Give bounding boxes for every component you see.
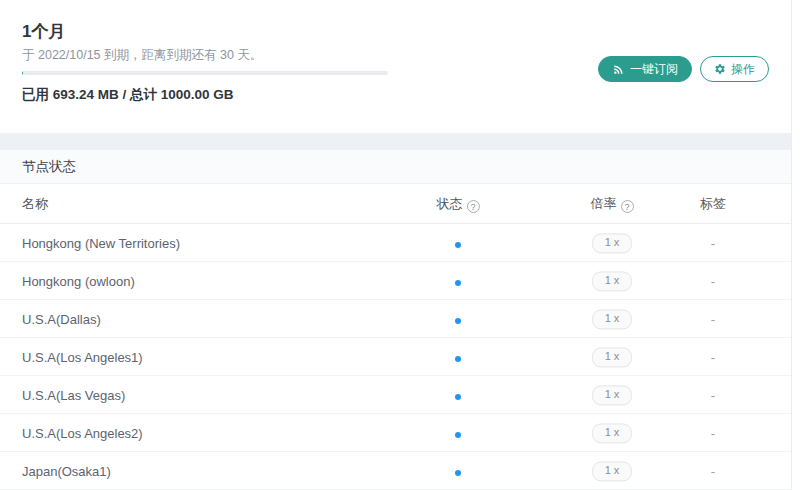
usage-progress-bar — [22, 71, 388, 75]
table-row: Japan(Osaka1) 1 x - — [0, 452, 791, 490]
tag-value: - — [711, 274, 715, 289]
tag-value: - — [711, 312, 715, 327]
node-name: U.S.A(Las Vegas) — [22, 387, 125, 402]
node-name: Hongkong (owloon) — [22, 273, 135, 288]
tag-value: - — [711, 236, 715, 251]
status-dot-icon — [455, 470, 461, 476]
node-status-cell — [418, 462, 498, 480]
node-status-cell — [418, 348, 498, 366]
tag-value: - — [711, 426, 715, 441]
status-dot-icon — [455, 318, 461, 324]
rate-help-question-circle-icon[interactable]: ? — [621, 200, 634, 213]
node-status-cell — [418, 234, 498, 252]
node-tag-cell: - — [673, 462, 753, 480]
node-status-cell — [418, 424, 498, 442]
tag-value: - — [711, 350, 715, 365]
rate-badge: 1 x — [592, 271, 633, 291]
page-content: 1个月 于 2022/10/15 到期，距离到期还有 30 天。 已用 693.… — [0, 0, 792, 490]
node-rate-cell: 1 x — [552, 270, 672, 291]
gear-icon — [714, 63, 726, 75]
rate-badge: 1 x — [592, 461, 633, 481]
table-row: U.S.A(Las Vegas) 1 x - — [0, 376, 791, 414]
status-dot-icon — [455, 242, 461, 248]
rate-badge: 1 x — [592, 423, 633, 443]
node-name: U.S.A(Dallas) — [22, 311, 101, 326]
table-header-row: 名称 状态? 倍率? 标签 — [0, 184, 791, 224]
node-name: U.S.A(Los Angeles1) — [22, 349, 143, 364]
table-row: Hongkong (owloon) 1 x - — [0, 262, 791, 300]
status-dot-icon — [455, 280, 461, 286]
node-rate-cell: 1 x — [552, 346, 672, 367]
rate-badge: 1 x — [592, 385, 633, 405]
subscription-card: 1个月 于 2022/10/15 到期，距离到期还有 30 天。 已用 693.… — [0, 0, 791, 133]
node-name: Hongkong (New Territories) — [22, 235, 180, 250]
tag-value: - — [711, 388, 715, 403]
section-divider — [0, 133, 791, 150]
node-tag-cell: - — [673, 272, 753, 290]
node-status-cell — [418, 386, 498, 404]
node-rate-cell: 1 x — [552, 422, 672, 443]
status-dot-icon — [455, 432, 461, 438]
expiry-text: 于 2022/10/15 到期，距离到期还有 30 天。 — [22, 47, 262, 64]
node-rate-cell: 1 x — [552, 232, 672, 253]
card-buttons: 一键订阅 操作 — [598, 56, 769, 82]
rate-badge: 1 x — [592, 309, 633, 329]
column-header-status: 状态? — [418, 195, 498, 213]
node-rate-cell: 1 x — [552, 460, 672, 481]
node-status-section-title: 节点状态 — [0, 150, 791, 184]
node-tag-cell: - — [673, 348, 753, 366]
table-row: U.S.A(Los Angeles1) 1 x - — [0, 338, 791, 376]
actions-button[interactable]: 操作 — [700, 56, 769, 82]
node-rate-cell: 1 x — [552, 384, 672, 405]
usage-text: 已用 693.24 MB / 总计 1000.00 GB — [22, 86, 234, 104]
column-header-name: 名称 — [22, 195, 48, 213]
node-status-cell — [418, 272, 498, 290]
node-name: U.S.A(Los Angeles2) — [22, 425, 143, 440]
node-tag-cell: - — [673, 424, 753, 442]
table-row: U.S.A(Dallas) 1 x - — [0, 300, 791, 338]
actions-button-label: 操作 — [731, 63, 755, 75]
status-help-question-circle-icon[interactable]: ? — [467, 200, 480, 213]
plan-title: 1个月 — [22, 20, 65, 43]
node-status-cell — [418, 310, 498, 328]
subscribe-button-label: 一键订阅 — [630, 63, 678, 75]
table-row: U.S.A(Los Angeles2) 1 x - — [0, 414, 791, 452]
node-tag-cell: - — [673, 386, 753, 404]
status-dot-icon — [455, 356, 461, 362]
rate-badge: 1 x — [592, 233, 633, 253]
node-rate-cell: 1 x — [552, 308, 672, 329]
table-row: Hongkong (New Territories) 1 x - — [0, 224, 791, 262]
subscribe-button[interactable]: 一键订阅 — [598, 56, 692, 82]
rss-icon — [612, 63, 625, 76]
column-header-rate: 倍率? — [552, 195, 672, 213]
status-dot-icon — [455, 394, 461, 400]
rate-badge: 1 x — [592, 347, 633, 367]
column-header-tag: 标签 — [673, 195, 753, 213]
node-table-body: Hongkong (New Territories) 1 x - Hongkon… — [0, 224, 791, 490]
node-tag-cell: - — [673, 234, 753, 252]
node-name: Japan(Osaka1) — [22, 463, 111, 478]
node-status-card: 节点状态 名称 状态? 倍率? 标签 Hongkong (New Territo… — [0, 150, 791, 490]
tag-value: - — [711, 464, 715, 479]
node-tag-cell: - — [673, 310, 753, 328]
